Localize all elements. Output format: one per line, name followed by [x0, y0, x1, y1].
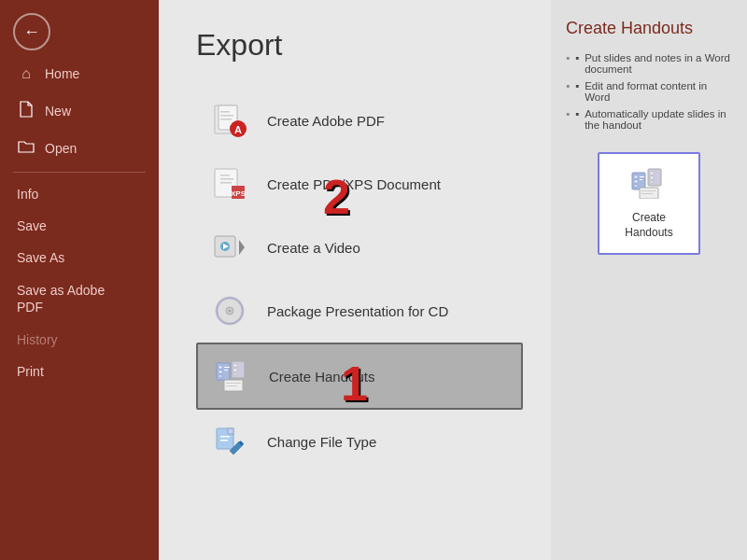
- svg-rect-40: [634, 175, 638, 178]
- svg-rect-26: [224, 370, 228, 371]
- back-button[interactable]: ←: [13, 13, 50, 50]
- sidebar-item-open[interactable]: Open: [0, 131, 159, 166]
- bullet-2: ▪ Edit and format content in Word: [566, 77, 732, 105]
- back-icon: ←: [23, 22, 40, 42]
- package-cd-icon: [211, 292, 248, 329]
- bullet-3-marker: ▪: [575, 108, 579, 131]
- svg-marker-14: [239, 240, 245, 255]
- export-item-file-type[interactable]: Change File Type: [196, 410, 523, 473]
- bullet-1: ▪ Put slides and notes in a Word documen…: [566, 49, 732, 77]
- create-handouts-button-label: CreateHandouts: [625, 211, 672, 240]
- svg-rect-8: [220, 175, 230, 176]
- right-panel-bullets: ▪ Put slides and notes in a Word documen…: [566, 49, 732, 133]
- svg-rect-51: [641, 193, 653, 194]
- open-folder-icon: [17, 140, 35, 157]
- svg-rect-9: [220, 178, 233, 180]
- create-handouts-button-icon: [631, 167, 667, 205]
- svg-rect-6: [220, 119, 232, 120]
- sidebar-divider: [13, 172, 146, 173]
- export-item-adobe-pdf-label: Create Adobe PDF: [267, 113, 385, 129]
- bullet-3-text: Automatically update slides in the hando…: [585, 108, 732, 131]
- sidebar-item-save-as[interactable]: Save As: [0, 242, 159, 273]
- sidebar-item-save-adobe[interactable]: Save as AdobePDF: [0, 273, 159, 324]
- svg-rect-35: [228, 428, 233, 434]
- svg-rect-30: [233, 373, 237, 375]
- main-content: Export A Create Adobe PDF: [159, 0, 551, 560]
- export-item-package-cd[interactable]: Package Presentation for CD: [196, 279, 523, 343]
- svg-rect-23: [218, 371, 222, 373]
- new-document-icon: [17, 101, 35, 121]
- sidebar-item-open-label: Open: [45, 141, 77, 156]
- svg-rect-24: [218, 375, 222, 377]
- sidebar-item-home-label: Home: [45, 66, 79, 81]
- svg-rect-22: [218, 366, 222, 369]
- home-icon: ⌂: [17, 65, 35, 82]
- export-item-video-label: Create a Video: [267, 240, 360, 256]
- svg-text:A: A: [234, 124, 242, 135]
- svg-rect-36: [220, 436, 230, 438]
- svg-text:XPS: XPS: [231, 189, 247, 198]
- sidebar-item-save[interactable]: Save: [0, 210, 159, 242]
- sidebar-item-history: History: [0, 324, 159, 356]
- bullet-1-text: Put slides and notes in a Word document: [585, 52, 732, 75]
- page-title: Export: [196, 28, 523, 63]
- export-item-video[interactable]: Create a Video: [196, 216, 523, 279]
- export-item-handouts-label: Create Handouts: [269, 369, 374, 385]
- export-item-adobe-pdf[interactable]: A Create Adobe PDF: [196, 89, 523, 152]
- export-list: A Create Adobe PDF XPS Create P: [196, 89, 523, 473]
- svg-rect-42: [634, 185, 638, 187]
- sidebar-item-new[interactable]: New: [0, 91, 159, 131]
- sidebar-item-info[interactable]: Info: [0, 178, 159, 210]
- sidebar: ← ⌂ Home New Open Info Save Save As Save…: [0, 0, 159, 560]
- bullet-2-marker: ▪: [575, 80, 579, 103]
- svg-rect-29: [233, 369, 237, 371]
- svg-rect-44: [640, 179, 642, 180]
- sidebar-item-print[interactable]: Print: [0, 356, 159, 387]
- svg-rect-41: [634, 180, 638, 183]
- bullet-3: ▪ Automatically update slides in the han…: [566, 105, 732, 133]
- save-adobe-label: Save as AdobePDF: [17, 283, 105, 315]
- svg-rect-50: [641, 190, 656, 191]
- svg-rect-4: [220, 111, 230, 113]
- svg-rect-5: [220, 115, 233, 117]
- pdf-xps-icon: XPS: [211, 165, 248, 203]
- file-type-icon: [211, 423, 248, 460]
- adobe-pdf-icon: A: [211, 102, 248, 139]
- export-item-file-type-label: Change File Type: [267, 434, 376, 450]
- export-item-pdf-xps[interactable]: XPS Create PDF/XPS Document: [196, 152, 523, 216]
- right-panel-title: Create Handouts: [566, 19, 732, 38]
- create-handouts-button[interactable]: CreateHandouts: [598, 152, 700, 255]
- svg-rect-48: [650, 181, 654, 183]
- video-icon: [211, 229, 248, 266]
- svg-rect-25: [224, 367, 230, 368]
- export-item-handouts[interactable]: Create Handouts: [196, 343, 523, 410]
- export-item-pdf-xps-label: Create PDF/XPS Document: [267, 176, 441, 192]
- sidebar-item-new-label: New: [45, 104, 71, 119]
- bullet-2-text: Edit and format content in Word: [585, 80, 732, 103]
- handouts-icon: [213, 357, 250, 395]
- svg-rect-46: [650, 172, 654, 175]
- bullet-1-marker: ▪: [575, 52, 579, 75]
- right-panel: Create Handouts ▪ Put slides and notes i…: [551, 0, 747, 560]
- svg-rect-33: [226, 385, 237, 386]
- sidebar-item-home[interactable]: ⌂ Home: [0, 56, 159, 91]
- svg-rect-10: [220, 182, 232, 184]
- svg-rect-47: [650, 176, 654, 179]
- export-item-package-cd-label: Package Presentation for CD: [267, 303, 448, 319]
- svg-rect-43: [640, 176, 644, 177]
- svg-rect-37: [220, 440, 228, 441]
- svg-rect-28: [233, 364, 237, 367]
- svg-rect-32: [226, 383, 241, 384]
- svg-point-19: [229, 310, 232, 313]
